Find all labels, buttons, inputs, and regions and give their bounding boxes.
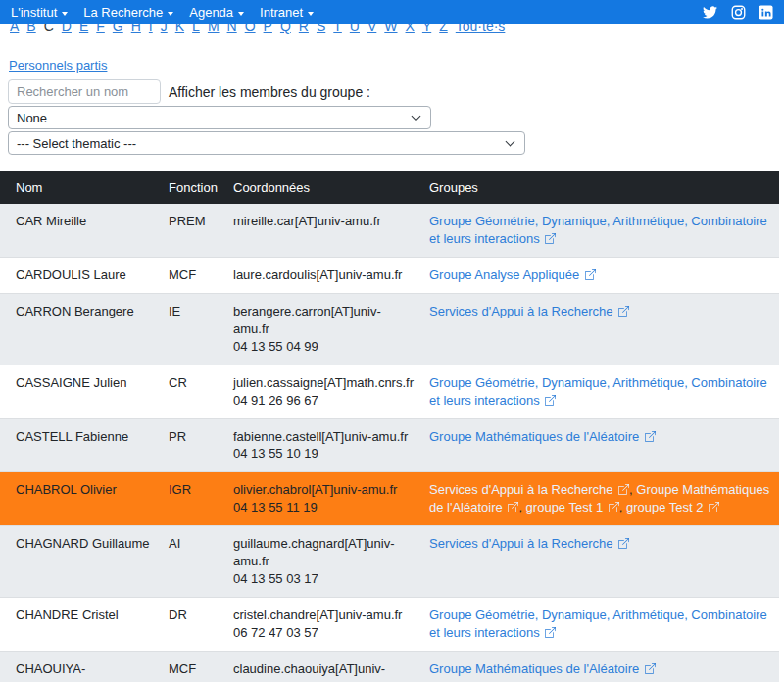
table-row: CARRON BerangereIEberangere.carron[AT]un… (0, 293, 779, 365)
table-row: CASSAIGNE JulienCRjulien.cassaigne[AT]ma… (0, 365, 779, 418)
chevron-down-icon (308, 12, 314, 16)
nav-item-intranet[interactable]: Intranet (252, 5, 321, 20)
table-row: CHAGNARD GuillaumeAIguillaume.chagnard[A… (0, 526, 779, 598)
group-filter-label: Afficher les membres du groupe : (169, 84, 370, 100)
search-input[interactable] (8, 79, 161, 104)
group-select[interactable]: None (8, 106, 431, 129)
nav-item-recherche[interactable]: La Recherche (75, 5, 181, 20)
instagram-icon (731, 5, 746, 20)
cell-nom: CHANDRE Cristel (0, 598, 161, 652)
personnels-partis-link[interactable]: Personnels partis (9, 58, 107, 73)
external-link-icon (645, 431, 656, 442)
cell-coordonnees: julien.cassaigne[AT]math.cnrs.fr04 91 26… (225, 365, 421, 418)
cell-groupes: Services d'Appui à la Recherche (421, 526, 779, 598)
external-link-icon (645, 663, 656, 674)
filter-controls: Afficher les membres du groupe : (8, 79, 784, 104)
external-link-icon (545, 627, 556, 638)
group-select-wrapper: None (8, 106, 431, 129)
cell-groupes: Services d'Appui à la Recherche (421, 293, 779, 365)
cell-groupes: Groupe Géométrie, Dynamique, Arithmétiqu… (421, 365, 779, 418)
cell-nom: CASSAIGNE Julien (0, 365, 161, 418)
cell-nom: CARRON Berangere (0, 293, 161, 365)
linkedin-icon (759, 5, 773, 20)
col-header-fonction: Fonction (161, 171, 225, 204)
external-link-icon (585, 269, 596, 280)
twitter-link[interactable] (702, 5, 718, 20)
cell-fonction: IE (161, 293, 225, 365)
group-link[interactable]: Groupe Analyse Appliquée (429, 268, 596, 282)
cell-fonction: MCF (161, 651, 225, 682)
instagram-link[interactable] (731, 5, 746, 20)
linkedin-link[interactable] (759, 5, 773, 20)
cell-fonction: PREM (161, 204, 225, 257)
cell-coordonnees: olivier.chabrol[AT]univ-amu.fr04 13 55 1… (225, 472, 421, 526)
table-row: CASTELL FabiennePRfabienne.castell[AT]un… (0, 418, 779, 472)
external-link-icon (545, 395, 556, 406)
col-header-nom: Nom (0, 171, 161, 204)
twitter-icon (702, 5, 718, 20)
table-row: CAR MireillePREMmireille.car[AT]univ-amu… (0, 204, 779, 257)
cell-groupes: Groupe Mathématiques de l'Aléatoire (421, 418, 779, 472)
group-link[interactable]: groupe Test 1 (526, 500, 619, 514)
cell-groupes: Groupe Analyse Appliquée (421, 257, 779, 293)
group-link[interactable]: Groupe Géométrie, Dynamique, Arithmétiqu… (429, 214, 767, 246)
members-table: Nom Fonction Coordonnées Groupes CAR Mir… (0, 171, 779, 682)
nav-item-label: Intranet (260, 5, 303, 20)
external-link-icon (618, 306, 629, 317)
chevron-down-icon (168, 12, 173, 16)
cell-coordonnees: fabienne.castell[AT]univ-amu.fr04 13 55 … (225, 418, 421, 472)
main-content: Personnels partis Afficher les membres d… (0, 56, 784, 682)
cell-coordonnees: laure.cardoulis[AT]univ-amu.fr (225, 257, 421, 293)
external-link-icon (609, 502, 619, 512)
nav-item-label: Agenda (189, 5, 233, 20)
nav-item-label: L'institut (11, 5, 57, 20)
col-header-coordonnees: Coordonnées (225, 171, 421, 204)
group-link[interactable]: Groupe Mathématiques de l'Aléatoire (429, 661, 656, 676)
external-link-icon (508, 502, 518, 512)
table-row: CHANDRE CristelDRcristel.chandre[AT]univ… (0, 598, 779, 652)
external-link-icon (618, 538, 629, 549)
chevron-down-icon (238, 12, 244, 16)
group-link[interactable]: Groupe Mathématiques de l'Aléatoire (429, 429, 656, 444)
cell-nom: CASTELL Fabienne (0, 418, 161, 472)
cell-nom: CARDOULIS Laure (0, 257, 161, 293)
external-link-icon (545, 233, 556, 244)
group-link[interactable]: Services d'Appui à la Recherche (429, 536, 629, 551)
nav-item-label: La Recherche (83, 5, 163, 20)
thematic-select[interactable]: --- Select thematic --- (8, 131, 525, 155)
group-link[interactable]: Services d'Appui à la Recherche (429, 304, 629, 318)
cell-nom: CHAGNARD Guillaume (0, 526, 161, 598)
nav-item-agenda[interactable]: Agenda (181, 5, 252, 20)
cell-nom: CAR Mireille (0, 204, 161, 257)
table-body: CAR MireillePREMmireille.car[AT]univ-amu… (0, 204, 779, 682)
cell-fonction: CR (161, 365, 225, 418)
cell-nom: CHAOUIYA-CHANTEGREL Claudine (0, 651, 161, 682)
group-link[interactable]: groupe Test 2 (626, 500, 719, 514)
cell-fonction: IGR (161, 472, 225, 526)
cell-fonction: MCF (161, 257, 225, 293)
external-link-icon (709, 502, 719, 512)
group-link[interactable]: Groupe Géométrie, Dynamique, Arithmétiqu… (429, 375, 767, 408)
external-link-icon (618, 484, 629, 495)
cell-groupes: Groupe Géométrie, Dynamique, Arithmétiqu… (421, 204, 779, 257)
cell-groupes: Groupe Géométrie, Dynamique, Arithmétiqu… (421, 598, 779, 652)
table-header-row: Nom Fonction Coordonnées Groupes (0, 171, 779, 204)
nav-item-institut[interactable]: L'institut (11, 5, 75, 20)
cell-groupes: Groupe Mathématiques de l'Aléatoire (421, 651, 779, 682)
group-link[interactable]: Groupe Géométrie, Dynamique, Arithmétiqu… (429, 608, 767, 640)
cell-coordonnees: berangere.carron[AT]univ-amu.fr04 13 55 … (225, 293, 421, 365)
table-row: CHAOUIYA-CHANTEGREL ClaudineMCFclaudine.… (0, 651, 779, 682)
members-table-wrapper: Nom Fonction Coordonnées Groupes CAR Mir… (0, 171, 784, 682)
cell-coordonnees: mireille.car[AT]univ-amu.fr (225, 204, 421, 257)
navbar-menu: L'institut La Recherche Agenda Intranet (11, 5, 321, 20)
navbar-social (702, 5, 773, 20)
cell-nom: CHABROL Olivier (0, 472, 161, 526)
cell-coordonnees: guillaume.chagnard[AT]univ-amu.fr04 13 5… (225, 526, 421, 598)
table-row: CHABROL OlivierIGRolivier.chabrol[AT]uni… (0, 472, 779, 526)
cell-coordonnees: claudine.chaouiya[AT]univ-amu.fr04 91 26… (225, 651, 421, 682)
group-link[interactable]: Services d'Appui à la Recherche (429, 482, 629, 497)
cell-fonction: AI (161, 526, 225, 598)
navbar: L'institut La Recherche Agenda Intranet (0, 0, 784, 24)
cell-fonction: PR (161, 418, 225, 472)
chevron-down-icon (62, 12, 68, 16)
